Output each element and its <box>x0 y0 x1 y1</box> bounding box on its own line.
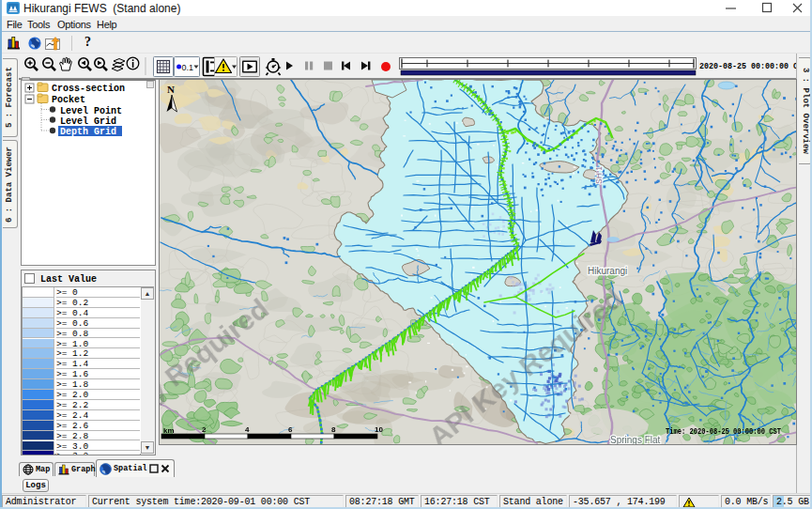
svg-text:Springs Flat: Springs Flat <box>610 435 661 444</box>
svg-text:4: 4 <box>245 425 250 434</box>
svg-text:2: 2 <box>202 425 207 434</box>
svg-text:10: 10 <box>375 425 383 434</box>
svg-text:Hikurangi: Hikurangi <box>588 266 627 276</box>
svg-text:8: 8 <box>331 425 336 434</box>
svg-text:Cross-section: Cross-section <box>52 84 125 94</box>
svg-text:2020-08-25 00:00:00 CST: 2020-08-25 00:00:00 CST <box>699 62 808 71</box>
svg-text:6: 6 <box>288 425 293 434</box>
svg-text:N: N <box>167 84 175 95</box>
svg-text:Level Grid: Level Grid <box>60 116 116 127</box>
svg-text:Level Point: Level Point <box>60 106 122 116</box>
svg-text:km: km <box>163 426 175 435</box>
svg-text:Pocket: Pocket <box>52 95 85 105</box>
svg-text:Depth Grid: Depth Grid <box>60 127 116 137</box>
svg-text:0.1: 0.1 <box>182 63 194 72</box>
svg-text:SH 1: SH 1 <box>594 166 604 184</box>
svg-text:Time: 2020-08-25 00:00:00 CST: Time: 2020-08-25 00:00:00 CST <box>666 426 781 437</box>
